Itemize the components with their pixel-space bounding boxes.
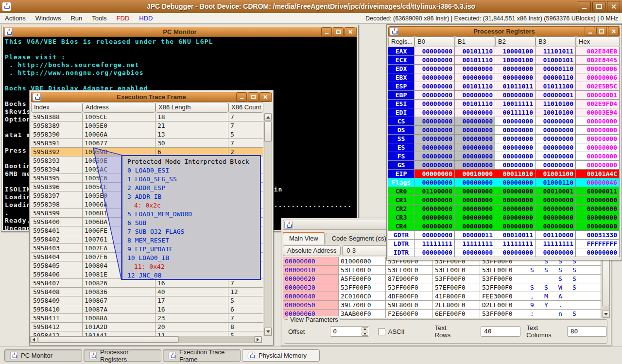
menu-item[interactable]: FDD	[112, 15, 135, 22]
maximize-button[interactable]	[592, 1, 605, 12]
tab[interactable]: Code Segment (cs)	[326, 233, 393, 244]
taskbar-window-button[interactable]: Execution Trace Frame	[163, 349, 241, 362]
execution-trace-titlebar[interactable]: Execution Trace Frame	[31, 92, 272, 102]
spinner-up-button[interactable]	[362, 327, 368, 331]
register-row[interactable]: EIP 00000000 00010000 00011010 01001100 …	[388, 170, 620, 178]
table-row[interactable]: 5958390 10066A 13 5	[31, 130, 263, 139]
register-row[interactable]: EAX 00000000 00101110 10000100 11101011 …	[388, 47, 620, 56]
table-row[interactable]: 5958407 100826 16 7	[31, 279, 263, 288]
taskbar-window-button[interactable]: Physical Memory	[242, 349, 320, 362]
tab[interactable]: Main View	[283, 232, 325, 244]
ascii-char-1	[544, 310, 558, 318]
column-header-x86-length[interactable]: X86 Length	[156, 102, 228, 113]
trace-horizontal-scrollbar[interactable]	[30, 336, 262, 343]
text-columns-input[interactable]: 80	[567, 326, 607, 337]
scrollbar-thumb[interactable]	[602, 259, 609, 306]
register-row[interactable]: DS 00000000 00000000 00000000 00000000 0…	[388, 126, 620, 135]
table-row[interactable]: 00000020 A5FE00F0 87E900F0 53FF00F0 53FF…	[283, 275, 601, 283]
minimize-button[interactable]	[321, 27, 332, 36]
table-row[interactable]: 5958409 100867 17 5	[31, 296, 263, 305]
register-row[interactable]: Flags 00000000 00000000 00000000 0100011…	[388, 178, 620, 187]
register-row[interactable]: EBP 00000000 00000000 00000000 00000001 …	[388, 91, 620, 100]
register-b0: 00000000	[415, 248, 455, 257]
menu-item[interactable]: Tools	[87, 15, 111, 22]
table-row[interactable]: 5958412 101A2D 20 8	[31, 323, 263, 331]
register-row[interactable]: CS 00000000 00000000 00000000 00000000 0…	[388, 117, 620, 126]
maximize-button[interactable]	[248, 92, 259, 102]
register-row[interactable]: SS 00000000 00000000 00000000 00000000 0…	[388, 135, 620, 143]
register-row[interactable]: GS 00000000 00000000 00000000 00000000 0…	[388, 161, 620, 170]
register-row[interactable]: CR2 00000000 00000000 00000000 00000000 …	[388, 205, 620, 213]
table-row[interactable]: 00000040 2C0100C0 4DF800F0 41F800F0 FEE3…	[283, 292, 601, 301]
trace-vertical-scrollbar[interactable]	[264, 113, 272, 336]
register-row[interactable]: CR1 00000000 00000000 00000000 00000000 …	[388, 196, 620, 205]
scroll-up-button[interactable]	[264, 113, 272, 121]
address-mode-button[interactable]: Absolute Address	[283, 245, 341, 256]
scroll-right-button[interactable]	[254, 336, 261, 343]
register-row[interactable]: ECX 00000000 00101110 10000100 01000101 …	[388, 56, 620, 65]
register-row[interactable]: ES 00000000 00000000 00000000 00000000 0…	[388, 143, 620, 152]
table-row[interactable]: 00000010 53FF00F0 53FF00F0 53FF00F0 53FF…	[283, 266, 601, 275]
register-row[interactable]: LDTR 11111111 11111111 11111111 11111111…	[388, 240, 620, 248]
scroll-left-button[interactable]	[30, 336, 37, 343]
table-row[interactable]: 00000030 53FF00F0 53FF00F0 57EF00F0 53FF…	[283, 283, 601, 292]
taskbar-window-button[interactable]: PC Monitor	[4, 349, 82, 362]
column-header-b3[interactable]: B3	[536, 36, 576, 47]
register-row[interactable]: EBX 00000000 00000000 00000000 00000110 …	[388, 73, 620, 82]
menu-item[interactable]: HDD	[134, 15, 157, 22]
text-rows-input[interactable]: 40	[481, 326, 520, 337]
column-header-index[interactable]: Index	[31, 102, 83, 113]
column-header-address[interactable]: Address	[83, 102, 156, 113]
table-row[interactable]: 5958408 100836 40 12	[31, 288, 263, 296]
cell-x86-count: 5	[228, 130, 263, 139]
cell-index: 5958407	[31, 279, 83, 288]
table-row[interactable]: 00000050 39E700F0 59F800F0 2EE800F0 D2EF…	[283, 301, 601, 310]
table-row[interactable]: 5958389 1005E0 21 7	[31, 121, 263, 130]
spinner-down-button[interactable]	[362, 332, 368, 336]
column-header-hex[interactable]: Hex	[576, 36, 620, 47]
scroll-down-button[interactable]	[264, 328, 272, 335]
menu-item[interactable]: Windows	[31, 15, 66, 22]
register-row[interactable]: EDX 00000000 00000000 00000000 00000110 …	[388, 65, 620, 73]
thumb-grip	[265, 128, 271, 135]
table-row[interactable]: 5958410 10087A 16 6	[31, 305, 263, 314]
register-row[interactable]: GDTR 00000000 00000011 00010011 00110000…	[388, 231, 620, 240]
maximize-button[interactable]	[333, 27, 344, 36]
close-button[interactable]	[608, 27, 619, 36]
register-row[interactable]: IDTR 00000000 00000000 00000000 00000000…	[388, 248, 620, 257]
maximize-button[interactable]	[596, 27, 607, 36]
taskbar-window-button[interactable]: Processor Registers	[84, 349, 161, 362]
column-header-b1[interactable]: B1	[455, 36, 495, 47]
register-row[interactable]: ESP 00000000 00101110 01011011 01011100 …	[388, 82, 620, 91]
offset-spinner[interactable]: 0	[330, 326, 369, 337]
register-row[interactable]: ESI 00000000 00101110 10011111 11010100 …	[388, 100, 620, 108]
register-row[interactable]: EDI 00000000 00000000 00111110 10010100 …	[388, 108, 620, 117]
pc-monitor-titlebar[interactable]: PC Monitor	[3, 27, 357, 37]
scroll-down-button[interactable]	[602, 310, 609, 318]
scrollbar-thumb[interactable]	[38, 336, 179, 343]
close-button[interactable]	[259, 92, 270, 102]
close-button[interactable]	[345, 27, 355, 36]
scrollbar-thumb[interactable]	[264, 121, 272, 142]
memory-vertical-scrollbar[interactable]	[602, 257, 610, 318]
ascii-checkbox[interactable]	[378, 328, 385, 335]
register-row[interactable]: CR4 00000000 00000000 00000000 00000000 …	[388, 222, 620, 231]
table-row[interactable]: 5958411 10088A 23 7	[31, 314, 263, 323]
minimize-button[interactable]	[236, 92, 247, 102]
register-row[interactable]: FS 00000000 00000000 00000000 00000000 0…	[388, 152, 620, 161]
processor-registers-titlebar[interactable]: Processor Registers	[388, 26, 620, 36]
minimize-button[interactable]	[585, 27, 595, 36]
register-row[interactable]: CR0 01100000 00000000 00000000 00010001 …	[388, 187, 620, 196]
register-row[interactable]: CR3 00000000 00000000 00000000 00000000 …	[388, 213, 620, 222]
menu-item[interactable]: Run	[66, 15, 87, 22]
menu-item[interactable]: Actions	[0, 15, 31, 22]
table-row[interactable]: 5958388 1005CE 18 7	[31, 113, 263, 121]
column-header-b0[interactable]: B0	[415, 36, 455, 47]
minimize-button[interactable]	[578, 1, 591, 12]
table-row[interactable]: 5958413 101A41 11 5	[31, 331, 263, 336]
column-header-register[interactable]: Regis...	[388, 36, 415, 47]
table-row[interactable]: 5958391 100677 30 7	[31, 139, 263, 148]
column-header-b2[interactable]: B2	[495, 36, 536, 47]
column-header-x86-count[interactable]: X86 Count	[228, 102, 263, 113]
close-button[interactable]	[607, 1, 620, 12]
